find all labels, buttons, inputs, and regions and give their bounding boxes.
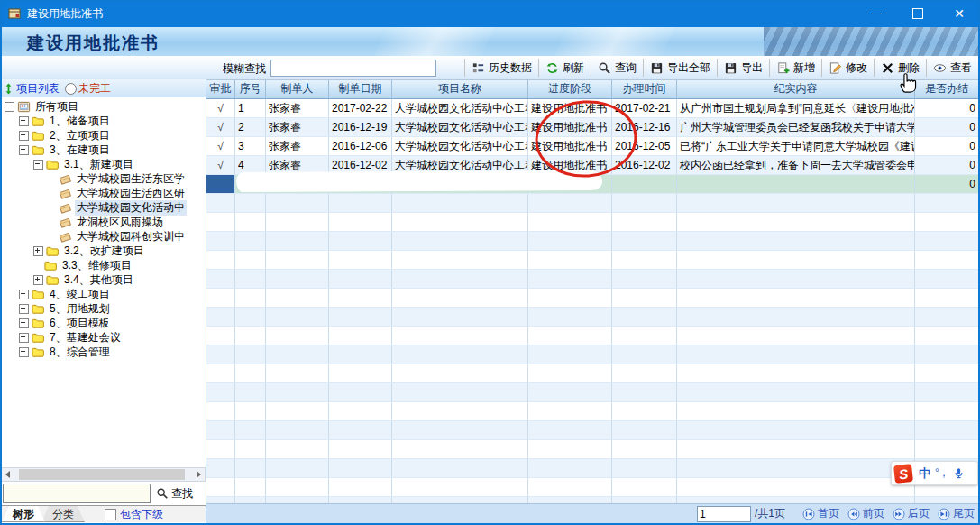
prev-page-button[interactable]: 前页 bbox=[847, 506, 884, 521]
export-all-button[interactable]: 导出全部 bbox=[643, 59, 717, 77]
tree-item-label[interactable]: 大学城校园生活东区学 bbox=[75, 171, 187, 187]
tree-item[interactable]: 2、立项项目 bbox=[0, 128, 206, 143]
ime-toolbar[interactable]: S 中 °， bbox=[891, 461, 978, 485]
column-header[interactable]: 项目名称 bbox=[392, 79, 528, 99]
tree-item-label[interactable]: 4、竣工项目 bbox=[48, 287, 112, 302]
fuzzy-search-input[interactable] bbox=[270, 60, 436, 77]
first-page-button[interactable]: 首页 bbox=[802, 506, 839, 521]
find-button[interactable]: 查找 bbox=[156, 486, 193, 502]
empty-row[interactable] bbox=[206, 308, 980, 327]
tree-item-label[interactable]: 大学城校园文化活动中 bbox=[75, 200, 187, 216]
expand-icon[interactable] bbox=[19, 131, 29, 141]
expand-icon[interactable] bbox=[19, 116, 29, 126]
empty-row[interactable] bbox=[206, 364, 980, 383]
tree-item[interactable]: 3.3、维修项目 bbox=[0, 258, 206, 272]
sogou-logo[interactable]: S bbox=[893, 464, 913, 484]
scroll-right-icon[interactable] bbox=[192, 468, 205, 481]
tree-item[interactable]: 4、竣工项目 bbox=[0, 287, 206, 301]
column-header[interactable]: 制单人 bbox=[266, 79, 329, 99]
collapse-icon[interactable] bbox=[19, 145, 29, 155]
tree-item[interactable]: 龙洞校区风雨操场 bbox=[0, 215, 206, 229]
empty-row[interactable] bbox=[206, 478, 980, 497]
tree-item-label[interactable]: 大学城校园科创实训中 bbox=[75, 229, 187, 244]
expand-icon[interactable] bbox=[33, 275, 43, 285]
expand-icon[interactable] bbox=[19, 333, 29, 343]
mic-icon[interactable] bbox=[953, 466, 965, 480]
ime-punctuation-toggle[interactable]: °， bbox=[935, 465, 948, 481]
ime-mode-toggle[interactable]: 中 bbox=[919, 465, 930, 482]
page-number-input[interactable] bbox=[697, 506, 751, 522]
tree-item-label[interactable]: 3.2、改扩建项目 bbox=[62, 244, 146, 259]
empty-row[interactable] bbox=[206, 289, 980, 308]
empty-row[interactable] bbox=[206, 421, 980, 440]
include-children-checkbox[interactable] bbox=[105, 509, 116, 520]
tree-item-label[interactable]: 8、综合管理 bbox=[48, 345, 112, 360]
column-header[interactable]: 序号 bbox=[235, 79, 266, 99]
tree-item[interactable]: 3.2、改扩建项目 bbox=[0, 244, 206, 258]
expand-icon[interactable] bbox=[33, 246, 43, 256]
next-page-button[interactable]: 后页 bbox=[893, 506, 930, 521]
tree-item-label[interactable]: 大学城校园生活西区研 bbox=[75, 186, 187, 201]
scroll-left-icon[interactable] bbox=[1, 468, 14, 481]
tree-item-label[interactable]: 1、储备项目 bbox=[48, 114, 112, 129]
empty-row[interactable] bbox=[206, 213, 980, 232]
empty-row[interactable] bbox=[206, 383, 980, 402]
tree-item[interactable]: 3.1、新建项目 bbox=[0, 157, 206, 171]
minimize-button[interactable] bbox=[856, 0, 897, 27]
history-data-button[interactable]: 历史数据 bbox=[464, 59, 538, 77]
tree-item-label[interactable]: 龙洞校区风雨操场 bbox=[75, 215, 165, 230]
tree-item[interactable]: 大学城校园科创实训中 bbox=[0, 229, 206, 244]
empty-row[interactable] bbox=[206, 402, 980, 421]
modify-button[interactable]: 修改 bbox=[821, 59, 874, 77]
column-header[interactable]: 是否办结 bbox=[915, 79, 979, 99]
add-button[interactable]: 新增 bbox=[769, 59, 821, 77]
empty-row[interactable] bbox=[206, 345, 980, 364]
tree-item-label[interactable]: 3.3、维修项目 bbox=[60, 258, 133, 273]
tab-tree-view[interactable]: 树形 bbox=[2, 506, 45, 522]
tree-item[interactable]: 3、在建项目 bbox=[0, 143, 206, 157]
query-button[interactable]: 查询 bbox=[591, 59, 643, 77]
tree-item-label[interactable]: 2、立项项目 bbox=[48, 128, 112, 143]
empty-row[interactable] bbox=[206, 232, 980, 251]
expand-icon[interactable] bbox=[19, 304, 29, 314]
tree-search-input[interactable] bbox=[3, 484, 151, 503]
tree-item-label[interactable]: 3、在建项目 bbox=[48, 143, 112, 158]
maximize-button[interactable] bbox=[897, 0, 939, 27]
empty-row[interactable] bbox=[206, 327, 980, 345]
refresh-button[interactable]: 刷新 bbox=[538, 59, 591, 77]
empty-row[interactable] bbox=[206, 251, 980, 270]
empty-row[interactable] bbox=[206, 459, 980, 478]
tree-item[interactable]: 1、储备项目 bbox=[0, 114, 206, 128]
column-header[interactable]: 审批 bbox=[206, 79, 235, 99]
tree-item-label[interactable]: 3.4、其他项目 bbox=[62, 272, 135, 288]
collapse-icon[interactable] bbox=[5, 102, 14, 112]
column-header[interactable]: 制单日期 bbox=[329, 79, 392, 99]
tree-item[interactable]: 大学城校园生活东区学 bbox=[0, 171, 206, 186]
empty-row[interactable] bbox=[206, 194, 980, 213]
column-header[interactable]: 纪实内容 bbox=[677, 79, 915, 99]
last-page-button[interactable]: 尾页 bbox=[938, 506, 975, 521]
tree-item[interactable]: 7、基建处会议 bbox=[0, 330, 206, 345]
tree-item[interactable]: 8、综合管理 bbox=[0, 345, 206, 359]
collapse-icon[interactable] bbox=[33, 160, 43, 170]
close-button[interactable]: ✕ bbox=[939, 0, 980, 27]
view-button[interactable]: 查看 bbox=[926, 59, 978, 77]
tree-item[interactable]: 6、项目模板 bbox=[0, 316, 206, 330]
filter-radio-1[interactable]: 未完工 bbox=[65, 81, 111, 97]
tree-item-label[interactable]: 6、项目模板 bbox=[48, 316, 112, 331]
expand-icon[interactable] bbox=[19, 318, 29, 328]
tab-category-view[interactable]: 分类 bbox=[41, 506, 85, 522]
tree-horizontal-scrollbar[interactable] bbox=[0, 467, 206, 482]
tree-item-label[interactable]: 7、基建处会议 bbox=[48, 330, 123, 345]
filter-radio-2[interactable]: 全部 bbox=[65, 97, 111, 98]
tree-item[interactable]: 3.4、其他项目 bbox=[0, 272, 206, 287]
tree-item-label[interactable]: 5、用地规划 bbox=[48, 301, 112, 317]
tree-item[interactable]: 5、用地规划 bbox=[0, 301, 206, 316]
tree-item-label[interactable]: 所有项目 bbox=[33, 99, 80, 115]
tree-item[interactable]: 所有项目 bbox=[0, 99, 206, 114]
scrollbar-thumb[interactable] bbox=[19, 469, 185, 480]
include-children-option[interactable]: 包含下级 bbox=[105, 506, 163, 522]
empty-row[interactable] bbox=[206, 270, 980, 289]
tree-item[interactable]: 大学城校园文化活动中 bbox=[0, 200, 206, 215]
export-button[interactable]: 导出 bbox=[717, 59, 769, 77]
